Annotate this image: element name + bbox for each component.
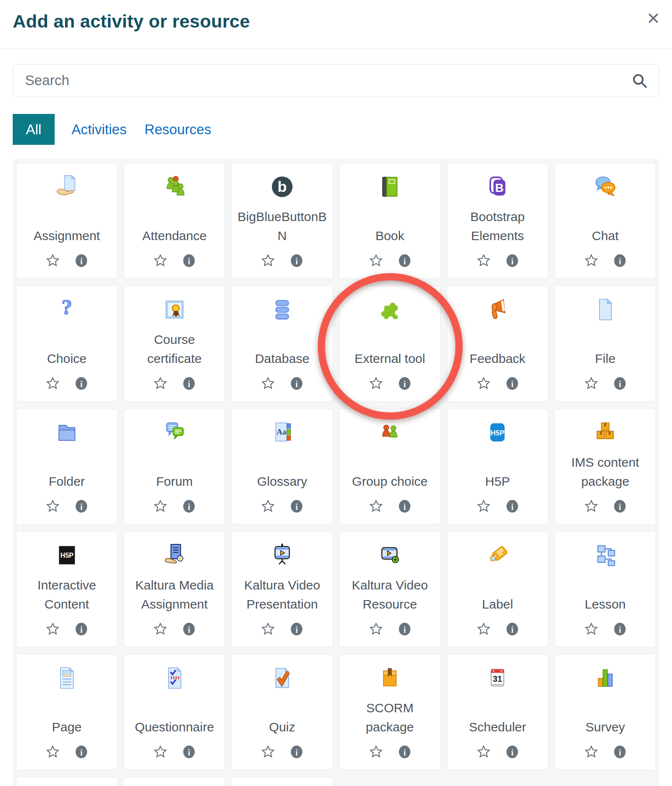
card-kaltura-video-presentation[interactable]: Kaltura Video Presentationi	[231, 531, 333, 647]
favorite-star-button[interactable]	[477, 376, 491, 392]
info-button[interactable]: i	[506, 622, 519, 637]
card-survey[interactable]: Surveyi	[555, 654, 656, 770]
card-quiz[interactable]: Quizi	[231, 654, 333, 770]
card-external-tool[interactable]: External tooli	[339, 286, 441, 401]
card-partial[interactable]	[124, 777, 225, 786]
card-lesson[interactable]: Lessoni	[555, 531, 656, 647]
favorite-star-button[interactable]	[261, 622, 275, 637]
card-questionnaire[interactable]: Questionnairei	[124, 654, 225, 770]
favorite-star-button[interactable]	[584, 745, 598, 760]
card-bigbluebuttonbn[interactable]: bBigBlueButtonBNi	[231, 163, 333, 279]
info-button[interactable]: i	[398, 376, 411, 392]
favorite-star-button[interactable]	[369, 745, 383, 760]
card-feedback[interactable]: Feedbacki	[447, 286, 548, 401]
card-label[interactable]: Labeli	[447, 531, 548, 647]
favorite-star-button[interactable]	[153, 499, 167, 515]
info-button[interactable]: i	[183, 376, 195, 392]
card-h5p[interactable]: H5PH5Pi	[447, 409, 548, 524]
tab-activities[interactable]: Activities	[71, 114, 128, 145]
favorite-star-button[interactable]	[261, 254, 275, 269]
favorite-star-button[interactable]	[46, 745, 60, 760]
info-button[interactable]: i	[75, 254, 88, 269]
card-forum[interactable]: Forumi	[124, 409, 225, 524]
info-button[interactable]: i	[506, 376, 519, 392]
favorite-star-button[interactable]	[46, 499, 60, 515]
scheduler-icon: 31	[485, 664, 510, 692]
card-assignment[interactable]: Assignmenti	[16, 163, 117, 279]
info-button[interactable]: i	[75, 499, 88, 515]
info-button[interactable]: i	[614, 745, 626, 760]
card-group-choice[interactable]: Group choicei	[339, 409, 441, 524]
tab-resources[interactable]: Resources	[144, 114, 212, 145]
card-ims-content-package[interactable]: IMS content packagei	[555, 409, 656, 524]
card-course-certificate[interactable]: Course certificatei	[124, 286, 225, 401]
info-button[interactable]: i	[614, 622, 626, 637]
favorite-star-button[interactable]	[369, 622, 383, 637]
info-button[interactable]: i	[75, 376, 88, 392]
favorite-star-button[interactable]	[477, 254, 491, 269]
favorite-star-button[interactable]	[477, 499, 491, 515]
tab-all[interactable]: All	[13, 114, 55, 145]
card-kaltura-video-resource[interactable]: Kaltura Video Resourcei	[339, 531, 441, 647]
info-button[interactable]: i	[75, 622, 88, 637]
favorite-star-button[interactable]	[477, 622, 491, 637]
info-button[interactable]: i	[398, 622, 411, 637]
favorite-star-button[interactable]	[584, 622, 598, 637]
favorite-star-button[interactable]	[477, 745, 491, 760]
card-scheduler[interactable]: 31Scheduleri	[447, 654, 548, 770]
favorite-star-button[interactable]	[261, 745, 275, 760]
card-glossary[interactable]: AaGlossaryi	[231, 409, 333, 524]
card-choice[interactable]: ?Choicei	[16, 286, 117, 401]
info-button[interactable]: i	[614, 376, 626, 392]
favorite-star-button[interactable]	[261, 376, 275, 392]
favorite-star-button[interactable]	[153, 622, 167, 637]
search-input[interactable]	[13, 64, 659, 97]
info-button[interactable]: i	[290, 499, 303, 515]
info-button[interactable]: i	[290, 254, 303, 269]
card-database[interactable]: Databasei	[231, 286, 333, 401]
info-button[interactable]: i	[506, 499, 519, 515]
card-scorm-package[interactable]: SCORM packagei	[339, 654, 441, 770]
info-button[interactable]: i	[183, 499, 195, 515]
info-button[interactable]: i	[290, 745, 303, 760]
favorite-star-button[interactable]	[46, 376, 60, 392]
card-book[interactable]: Booki	[339, 163, 441, 279]
card-partial[interactable]	[231, 777, 333, 786]
favorite-star-button[interactable]	[46, 622, 60, 637]
favorite-star-button[interactable]	[153, 254, 167, 269]
favorite-star-button[interactable]	[261, 499, 275, 515]
info-button[interactable]: i	[614, 254, 626, 269]
favorite-star-button[interactable]	[153, 376, 167, 392]
info-button[interactable]: i	[506, 254, 519, 269]
card-partial[interactable]	[16, 777, 117, 786]
card-interactive-content[interactable]: H5PInteractive Contenti	[16, 531, 117, 647]
favorite-star-button[interactable]	[369, 499, 383, 515]
info-button[interactable]: i	[183, 254, 195, 269]
info-button[interactable]: i	[75, 745, 88, 760]
close-button[interactable]	[644, 9, 663, 28]
info-button[interactable]: i	[290, 376, 303, 392]
card-page[interactable]: Pagei	[16, 654, 117, 770]
info-button[interactable]: i	[506, 745, 519, 760]
favorite-star-button[interactable]	[584, 499, 598, 515]
info-button[interactable]: i	[398, 745, 411, 760]
info-button[interactable]: i	[614, 499, 626, 515]
info-button[interactable]: i	[183, 745, 195, 760]
favorite-star-button[interactable]	[46, 254, 60, 269]
card-file[interactable]: Filei	[555, 286, 656, 401]
info-button[interactable]: i	[398, 254, 411, 269]
card-bootstrap-elements[interactable]: BBootstrap Elementsi	[447, 163, 548, 279]
favorite-star-button[interactable]	[584, 254, 598, 269]
favorite-star-button[interactable]	[369, 376, 383, 392]
favorite-star-button[interactable]	[369, 254, 383, 269]
card-label: Choice	[47, 349, 86, 368]
info-button[interactable]: i	[398, 499, 411, 515]
favorite-star-button[interactable]	[584, 376, 598, 392]
info-button[interactable]: i	[290, 622, 303, 637]
favorite-star-button[interactable]	[153, 745, 167, 760]
info-button[interactable]: i	[183, 622, 195, 637]
card-chat[interactable]: Chati	[555, 163, 656, 279]
card-attendance[interactable]: Attendancei	[124, 163, 225, 279]
card-folder[interactable]: Folderi	[16, 409, 117, 524]
card-kaltura-media-assignment[interactable]: Kaltura Media Assignmenti	[124, 531, 225, 647]
